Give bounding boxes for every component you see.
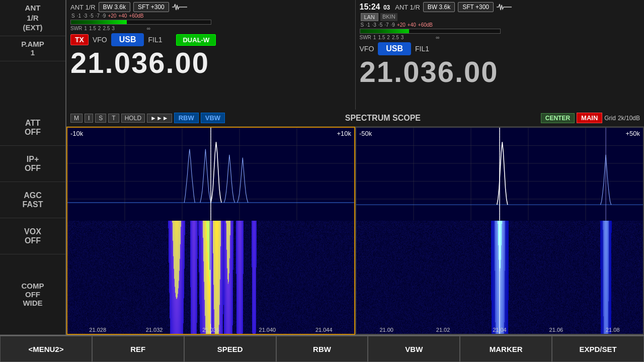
marker-button[interactable]: MARKER	[460, 336, 552, 362]
t-button[interactable]: T	[108, 114, 119, 123]
sidebar-ip[interactable]: IP+OFF	[0, 146, 65, 182]
grid-value: 2k/10dB	[618, 115, 640, 122]
sidebar-pamp[interactable]: P.AMP1	[0, 36, 65, 61]
left-usb-button[interactable]: USB	[111, 33, 144, 46]
bkin-badge: BKIN	[380, 13, 397, 21]
spectrum-toolbar: M I S T HOLD ►►► RBW VBW SPECTRUM SCOPE …	[66, 110, 644, 127]
right-ant-label: ANT 1/R	[395, 4, 420, 11]
bottom-toolbar: <MENU2> REF SPEED RBW VBW MARKER EXPD/SE…	[0, 335, 644, 362]
grid-label: Grid	[604, 115, 616, 122]
right-waterfall-canvas	[356, 221, 643, 334]
left-spectrum: -10k +10k	[66, 127, 355, 335]
left-waveform-icon	[172, 3, 187, 12]
left-swr-row: SWR 11.522.53 ∞	[70, 26, 351, 31]
left-spec-min-label: -10k	[70, 130, 83, 137]
left-smeter-bar	[70, 20, 211, 25]
sidebar-ant[interactable]: ANT1/R(EXT)	[0, 0, 65, 36]
sidebar-vox[interactable]: VOXOFF	[0, 218, 65, 254]
left-waterfall-canvas	[67, 221, 354, 334]
right-smeter-bar	[360, 29, 501, 34]
lan-badge: LAN	[361, 13, 378, 21]
vbw-toolbar-button[interactable]: VBW	[201, 113, 225, 123]
spectrum-area: M I S T HOLD ►►► RBW VBW SPECTRUM SCOPE …	[66, 110, 644, 335]
left-frequency: 21.036.00	[70, 48, 351, 77]
rbw-button[interactable]: RBW	[276, 336, 368, 362]
right-bw-button[interactable]: BW 3.6k	[423, 2, 455, 12]
right-vfo-label: VFO	[360, 45, 374, 53]
right-swr-row: SWR 11.522.53 ∞	[360, 35, 640, 40]
time-display: 15:24 03	[360, 3, 390, 12]
play-button[interactable]: ►►►	[147, 114, 172, 123]
right-spec-min-label: -50k	[359, 130, 372, 137]
hold-button[interactable]: HOLD	[121, 114, 145, 123]
sidebar-comp[interactable]: COMPOFFWIDE	[0, 254, 65, 335]
expd-button[interactable]: EXPD/SET	[552, 336, 644, 362]
spectrum-title: SPECTRUM SCOPE	[227, 114, 539, 123]
left-spec-max-label: +10k	[337, 130, 351, 137]
full-sidebar: ATTOFF IP+OFF AGCFAST VOXOFF COMPOFFWIDE	[0, 110, 66, 335]
right-usb-button[interactable]: USB	[378, 42, 411, 55]
speed-button[interactable]: SPEED	[184, 336, 276, 362]
center-button[interactable]: CENTER	[541, 113, 575, 123]
left-controls-row: TX VFO USB FIL1 DUAL-W	[70, 33, 351, 46]
right-spectrum: -50k +50k	[355, 127, 644, 335]
right-spec-max-label: +50k	[625, 130, 640, 137]
rbw-toolbar-button[interactable]: RBW	[174, 113, 199, 123]
vbw-button[interactable]: VBW	[368, 336, 460, 362]
left-smeter-scale: S ·1 ·3 ·5 ·7 ·9 +20 +40 +60dB	[71, 13, 351, 19]
left-freq-axis: 21.028 21.032 21.036 21.040 21.044	[67, 327, 354, 333]
i-button[interactable]: I	[85, 114, 93, 123]
menu2-button[interactable]: <MENU2>	[0, 336, 92, 362]
sidebar-att[interactable]: ATTOFF	[0, 110, 65, 146]
right-frequency: 21.036.00	[360, 57, 640, 86]
left-fil-label: FIL1	[148, 36, 162, 44]
m-button[interactable]: M	[70, 114, 83, 123]
left-ant-label: ANT 1/R	[70, 4, 96, 11]
right-spectrum-svg	[356, 128, 643, 221]
left-bw-button[interactable]: BW 3.6k	[99, 2, 130, 12]
left-spectrum-svg	[67, 128, 354, 221]
sidebar-agc[interactable]: AGCFAST	[0, 182, 65, 218]
right-fil-label: FIL1	[415, 45, 429, 53]
spectrum-displays: -10k +10k	[66, 127, 644, 335]
main-button[interactable]: MAIN	[577, 113, 602, 123]
left-sft-button[interactable]: SFT +300	[133, 2, 169, 12]
tx-button[interactable]: TX	[70, 34, 89, 45]
right-sft-button[interactable]: SFT +300	[458, 2, 494, 12]
left-vfo-label: VFO	[93, 36, 107, 44]
s-button[interactable]: S	[95, 114, 106, 123]
right-waveform-icon	[497, 3, 512, 12]
right-smeter-scale: S ·1 ·3 ·5 ·7 ·9 +20 +40 +60dB	[361, 22, 640, 28]
dual-w-button[interactable]: DUAL-W	[176, 34, 216, 46]
right-controls-row: VFO USB FIL1	[360, 42, 640, 55]
top-header: ANT1/R(EXT) P.AMP1 ANT 1/R BW 3.6k SFT +…	[0, 0, 644, 110]
middle-area: ATTOFF IP+OFF AGCFAST VOXOFF COMPOFFWIDE…	[0, 110, 644, 335]
ref-button[interactable]: REF	[92, 336, 184, 362]
right-freq-axis: 21.00 21.02 21.04 21.06 21.08	[356, 327, 643, 333]
main-container: ANT1/R(EXT) P.AMP1 ANT 1/R BW 3.6k SFT +…	[0, 0, 644, 362]
